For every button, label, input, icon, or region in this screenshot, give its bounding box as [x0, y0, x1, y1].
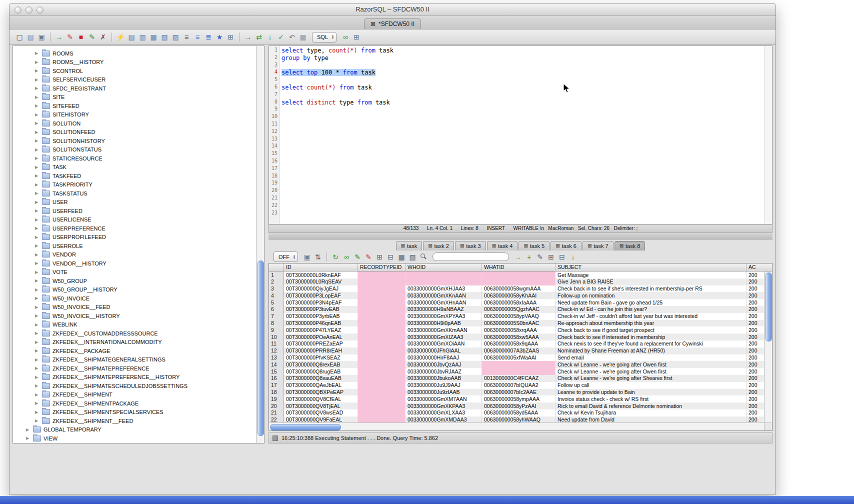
cell-subject[interactable]: Check-in w/ Ed - can he join this year? [556, 306, 746, 313]
cell-whatid[interactable]: 00630000007bIQUAA2 [482, 382, 556, 389]
disclosure-triangle-icon[interactable]: ▶ [35, 218, 40, 222]
zoom-window-button[interactable] [36, 6, 44, 14]
tree-item[interactable]: ▶SFDC_REGISTRANT [13, 84, 256, 93]
table-row[interactable]: 1000T3000000POeAnEAL0033000000GmXIZAA300… [269, 334, 764, 340]
foreign-keys-icon[interactable]: ∞ [342, 252, 352, 262]
disclosure-triangle-icon[interactable]: ▶ [35, 174, 40, 178]
cell-subject[interactable]: Invoice status check - check w/ RS first [556, 396, 746, 402]
cell-n[interactable]: 13 [269, 354, 284, 362]
cell-whatid[interactable]: 006300000058xw5AAA [482, 334, 556, 340]
tree-item[interactable]: ▶ZKFEDEX__SHIPMATESCHEDULEDJOBSSETTINGS [13, 382, 256, 390]
cell-n[interactable]: 3 [269, 286, 284, 292]
cell-subject[interactable]: Get Massage [556, 272, 746, 278]
tree-item[interactable]: ▶TASK [13, 163, 256, 172]
copy-row-icon[interactable]: ⊟ [386, 252, 396, 262]
list-icon[interactable]: ≡ [182, 32, 192, 42]
cell-id[interactable]: 00T3000000QAeJbEAL [284, 382, 358, 389]
cell-n[interactable]: 21 [269, 410, 284, 416]
disclosure-triangle-icon[interactable]: ▶ [35, 112, 40, 117]
cell-whoid[interactable]: 0033000000GmXKnAAN [406, 292, 482, 299]
table-row[interactable]: 1800T3000000QBXPeEAP0033000000Ju9zIAAB00… [269, 389, 764, 396]
table-row[interactable]: 500T3000000P3N4pEAF0033000000GmXHnAAN006… [269, 299, 764, 306]
close-window-button[interactable] [14, 6, 22, 14]
tree-item[interactable]: ▶USERLICENSE [13, 216, 256, 224]
disclosure-triangle-icon[interactable]: ▶ [35, 375, 40, 380]
code-line[interactable]: group by type [282, 54, 772, 62]
tree-item[interactable]: ▶USERPROFILEFEED [13, 233, 256, 242]
disclosure-triangle-icon[interactable]: ▶ [35, 261, 40, 266]
cell-recordtypeid[interactable] [358, 348, 406, 354]
tree-item[interactable]: ▶SITEFEED [13, 102, 256, 110]
tree-item[interactable]: ▶W50_INVOICE [13, 294, 256, 303]
tree-item[interactable]: ▶USERPREFERENCE [13, 224, 256, 233]
sort-icon[interactable]: ⇅ [313, 252, 323, 262]
table-row[interactable]: 2200T3000000QV9FaEAL0033000000GmXMDAA300… [269, 416, 764, 423]
table-row[interactable]: 1500T3000000Q8rugEAB0033000000JbvRJAAZCh… [269, 368, 764, 375]
cell-ac[interactable]: 200 [746, 354, 764, 362]
cell-id[interactable]: 00T3000000Q8rexEAB [284, 361, 358, 368]
code-line[interactable] [282, 136, 772, 144]
sql-mode-combo[interactable]: SQL ▴▾ [312, 32, 336, 42]
cell-whoid[interactable]: 0033000000GmXMDAA3 [406, 416, 482, 423]
cell-whatid[interactable]: 00630000007bIc2AAE [482, 389, 556, 396]
result-tab[interactable]: ⊠task 5 [518, 241, 550, 250]
cell-n[interactable]: 16 [269, 375, 284, 382]
cell-whatid[interactable] [482, 278, 556, 286]
commit-check-icon[interactable]: ✓ [276, 32, 286, 42]
close-tab-icon[interactable]: ⊠ [460, 244, 464, 248]
code-line[interactable] [282, 210, 772, 218]
cell-recordtypeid[interactable] [358, 306, 406, 313]
copy-cell-icon[interactable]: ⊞ [374, 252, 384, 262]
cell-id[interactable]: 00T3000000PfvKSEAZ [284, 354, 358, 362]
tree-item[interactable]: ▶VENDOR [13, 250, 256, 260]
cell-n[interactable]: 18 [269, 389, 284, 396]
disclosure-triangle-icon[interactable]: ▶ [35, 130, 40, 134]
disclosure-triangle-icon[interactable]: ▶ [35, 226, 40, 230]
cell-id[interactable]: 00T3000000P3yrbEAB [284, 313, 358, 320]
cell-recordtypeid[interactable] [358, 396, 406, 402]
cell-whoid[interactable]: 0033000000HirF8AAJ [406, 354, 482, 362]
cell-id[interactable]: 00T3000000Q8rugEAB [284, 368, 358, 375]
file-copy-icon[interactable]: ▦ [148, 32, 158, 42]
scrollbar-thumb[interactable] [258, 260, 264, 436]
cell-whatid[interactable]: 006300000058wgmAAA [482, 286, 556, 292]
tree-item[interactable]: ▶ZKFEDEX__SHIPMENT__FEED [13, 416, 256, 426]
disclosure-triangle-icon[interactable]: ▶ [35, 392, 40, 397]
import-results-icon[interactable]: ⊟ [557, 252, 567, 262]
cell-subject[interactable]: Send email [556, 354, 746, 362]
cell-whoid[interactable]: 0033000000GmXIZAA3 [406, 334, 482, 340]
cell-whatid[interactable]: 006300000058ypVAAQ [482, 313, 556, 320]
disclosure-triangle-icon[interactable]: ▶ [35, 104, 40, 108]
code-line[interactable]: select top 100 * from task [282, 69, 772, 76]
disclosure-triangle-icon[interactable]: ▶ [35, 348, 40, 353]
result-tab[interactable]: ⊠task 7 [582, 241, 614, 250]
cell-whoid[interactable]: 0033000000H9i0pAAB [406, 320, 482, 327]
disclosure-triangle-icon[interactable]: ▶ [35, 252, 40, 257]
cell-ac[interactable]: 200 [746, 382, 764, 389]
cell-n[interactable]: 8 [269, 320, 284, 327]
tree-item[interactable]: ▶ZKFEDEX__INTERNATIONALCOMMODITY [13, 338, 256, 347]
cell-ac[interactable]: 200 [746, 348, 764, 354]
column-header[interactable]: ID [284, 264, 358, 271]
erase-icon[interactable]: ✗ [98, 32, 108, 42]
open-folder-icon[interactable]: ▤ [26, 32, 36, 42]
tree-item[interactable]: ▶SOLUTION [13, 119, 256, 128]
result-tab[interactable]: ⊠task 6 [550, 241, 582, 250]
tree-item[interactable]: ▶ZKFEDEX__CUSTOMADDRESSSOURCE [13, 329, 256, 338]
code-line[interactable] [282, 158, 772, 166]
search-icon[interactable] [418, 252, 428, 262]
scrollbar-thumb[interactable] [270, 424, 341, 430]
cell-ac[interactable]: 200 [746, 278, 764, 286]
result-tab[interactable]: ⊠task 2 [423, 241, 454, 250]
cell-whatid[interactable] [482, 272, 556, 278]
cell-ac[interactable]: 200 [746, 286, 764, 292]
cell-whoid[interactable]: 0033000000GmXHnAAN [406, 299, 482, 306]
tree-item[interactable]: ▶ZKFEDEX__PACKAGE [13, 346, 256, 356]
tree-item[interactable]: ▶SCONTROL [13, 66, 256, 76]
cell-whatid[interactable]: 006300000058xIaAAA [482, 299, 556, 306]
edit-red-icon[interactable]: ✎ [65, 32, 75, 42]
result-tab[interactable]: ⊠task 8 [614, 241, 646, 250]
go-both-icon[interactable]: ⇄ [254, 32, 264, 42]
close-tab-icon[interactable]: ⊠ [588, 244, 592, 248]
cell-n[interactable]: 14 [269, 361, 284, 368]
